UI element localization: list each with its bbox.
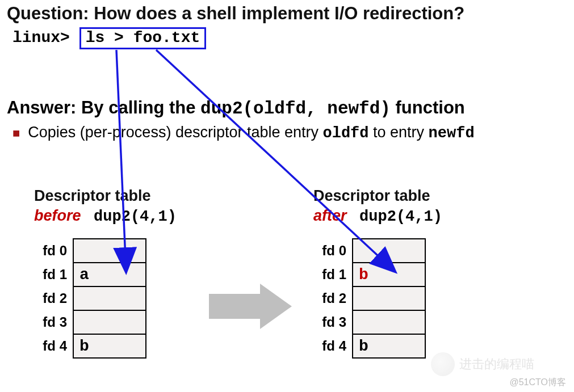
after-subtitle: after dup2(4,1) [313,207,442,225]
fd-cell [353,239,425,263]
answer-prefix: Answer: By calling the [7,98,200,117]
bullet-newfd: newfd [429,125,475,142]
watermark-avatar-icon [431,352,455,376]
table-row: fd 0 [313,239,425,263]
before-title: Descriptor table [34,187,151,205]
bullet-text: Copies (per-process) descriptor table en… [28,124,474,142]
shell-prompt: linux> [12,29,79,47]
answer-heading: Answer: By calling the dup2(oldfd, newfd… [7,98,465,119]
fd-label: fd 2 [34,286,73,310]
table-row: fd 1b [313,263,425,286]
table-row: fd 4b [313,334,425,358]
fd-cell: a [73,263,146,286]
fd-label: fd 4 [34,334,73,358]
fd-cell [73,239,146,263]
after-title: Descriptor table [313,187,430,205]
bullet-pre: Copies (per-process) descriptor table en… [28,124,322,141]
table-row: fd 3 [34,310,146,334]
fd-cell [353,286,425,310]
after-table: fd 0 fd 1b fd 2 fd 3 fd 4b [313,238,426,359]
fd-label: fd 3 [313,310,353,334]
watermark-logo: 进击的编程喵 [431,352,534,376]
table-row: fd 2 [34,286,146,310]
fd-cell: b [73,334,146,358]
before-call: dup2(4,1) [94,208,177,225]
fd-cell: b [353,334,425,358]
fd-label: fd 4 [313,334,353,358]
before-word: before [34,207,81,224]
fd-label: fd 1 [34,263,73,286]
watermark-sub: @51CTO博客 [509,377,566,389]
table-row: fd 0 [34,239,146,263]
bullet-icon: ■ [12,124,20,140]
fd-cell [353,310,425,334]
fd-cell [73,310,146,334]
fd-label: fd 1 [313,263,353,286]
answer-suffix: function [391,98,465,117]
bullet-oldfd: oldfd [323,125,369,142]
table-row: fd 3 [313,310,425,334]
command-box: ls > foo.txt [79,27,207,49]
command-line: linux> ls > foo.txt [12,27,206,49]
transition-arrow-icon [209,284,294,329]
fd-label: fd 3 [34,310,73,334]
question-heading: Question: How does a shell implement I/O… [7,3,464,24]
bullet-item: ■ Copies (per-process) descriptor table … [12,124,475,142]
table-row: fd 4b [34,334,146,358]
after-word: after [313,207,347,224]
table-row: fd 2 [313,286,425,310]
fd-label: fd 0 [34,239,73,263]
bullet-mid: to entry [369,124,429,141]
before-subtitle: before dup2(4,1) [34,207,177,225]
after-call: dup2(4,1) [359,208,442,225]
fd-cell [73,286,146,310]
answer-call: dup2(oldfd, newfd) [200,99,391,119]
watermark-main: 进击的编程喵 [459,356,534,373]
fd-label: fd 2 [313,286,353,310]
fd-label: fd 0 [313,239,353,263]
fd-cell-changed: b [353,263,425,286]
before-table: fd 0 fd 1a fd 2 fd 3 fd 4b [34,238,146,359]
table-row: fd 1a [34,263,146,286]
